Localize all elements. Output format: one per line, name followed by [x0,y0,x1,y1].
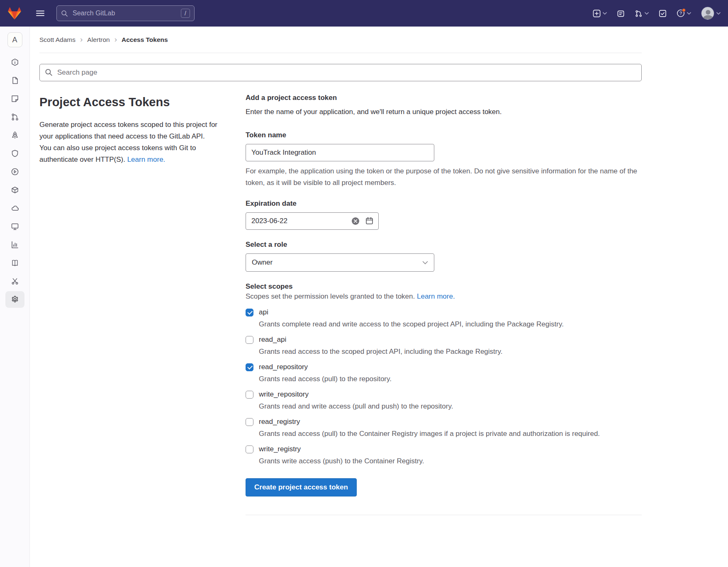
checkbox-read-registry[interactable] [246,418,253,426]
merge-requests-button[interactable] [635,10,649,17]
sidebar-item-analytics[interactable] [5,236,24,253]
sidebar-item-monitor[interactable] [5,218,24,235]
checkbox-read-api[interactable] [246,336,253,344]
user-menu[interactable] [701,7,721,20]
checkbox-read-repository[interactable] [246,363,253,371]
role-select[interactable]: Owner [246,253,434,272]
play-circle-icon [11,168,19,176]
divider [39,53,642,53]
section-description-text-1: Generate project access tokens scoped to… [39,119,224,142]
sidebar-item-wiki[interactable] [5,255,24,271]
monitor-icon [11,222,19,231]
book-icon [11,259,19,267]
scope-read-repository-toggle[interactable]: read_repository [246,363,642,371]
issues-icon [617,10,625,17]
scope-row-read-registry: read_registry Grants read access (pull) … [246,418,642,439]
checkbox-write-repository[interactable] [246,391,253,399]
scissors-icon [11,277,19,285]
scopes-help-text: Scopes set the permission levels granted… [246,292,415,300]
sidebar-item-repository[interactable] [5,72,24,89]
merge-request-icon [635,10,643,17]
global-search[interactable]: / [56,5,195,21]
project-information-icon [11,58,19,66]
clear-date-icon[interactable] [351,217,360,225]
sidebar-item-merge-requests[interactable] [5,109,24,125]
chevron-right-icon: › [114,35,117,44]
expiration-date-group: Expiration date [246,200,642,230]
help-button[interactable]: ? [677,9,691,17]
section-description-text-2: You can also use project access tokens w… [39,142,224,165]
user-avatar [701,7,714,20]
sidebar-item-packages-and-registries[interactable] [5,182,24,198]
page-search-input[interactable] [39,64,642,81]
repository-icon [11,76,19,85]
divider [246,515,642,515]
project-avatar[interactable]: A [7,32,22,47]
scope-read-repository-description: Grants read access (pull) to the reposit… [259,373,642,384]
sidebar-item-issues[interactable] [5,90,24,107]
sidebar-item-project-information[interactable] [5,54,24,71]
scope-write-registry-toggle[interactable]: write_registry [246,445,642,453]
sidebar-item-deployments[interactable] [5,163,24,180]
scope-write-repository-toggle[interactable]: write_repository [246,390,642,399]
breadcrumb-project[interactable]: Alertron [87,36,110,44]
chevron-right-icon: › [80,35,83,44]
calendar-icon[interactable] [365,217,373,225]
scope-write-registry-description: Grants write access (push) to the Contai… [259,455,642,467]
issues-button[interactable] [617,10,625,17]
scope-read-registry-toggle[interactable]: read_registry [246,418,642,426]
project-sidebar: A [0,27,30,567]
scope-read-repository-label: read_repository [259,363,308,371]
search-shortcut-key: / [181,9,190,18]
expiration-date-label: Expiration date [246,200,642,208]
search-icon [61,10,68,17]
checkbox-api[interactable] [246,309,253,316]
rocket-icon [11,131,19,139]
scope-api-toggle[interactable]: api [246,308,642,316]
issues-icon [11,95,19,103]
global-search-input[interactable] [72,9,177,17]
chevron-down-icon [422,261,428,265]
token-form: Add a project access token Enter the nam… [246,94,642,515]
menu-icon[interactable] [32,5,48,21]
sidebar-item-ci-cd[interactable] [5,127,24,144]
chevron-down-icon [603,12,607,15]
shield-icon [11,149,19,158]
scope-write-registry-label: write_registry [259,445,301,453]
new-menu-button[interactable] [593,10,607,17]
todos-button[interactable] [659,10,667,17]
scopes-help: Scopes set the permission levels granted… [246,292,642,301]
breadcrumb-user[interactable]: Scott Adams [39,36,75,44]
sidebar-item-settings[interactable] [5,291,24,308]
plus-square-icon [593,10,601,17]
checkbox-write-registry[interactable] [246,445,253,453]
scope-read-api-toggle[interactable]: read_api [246,336,642,344]
cloud-icon [11,204,19,212]
token-name-input[interactable] [246,144,434,161]
form-heading: Add a project access token [246,94,642,102]
scope-read-api-description: Grants read access to the scoped project… [259,346,642,357]
learn-more-link[interactable]: Learn more. [127,156,166,163]
scope-write-repository-description: Grants read and write access (pull and p… [259,401,642,412]
gitlab-logo[interactable] [7,7,22,20]
scope-row-api: api Grants complete read and write acces… [246,308,642,330]
svg-text:?: ? [679,11,682,16]
scope-read-registry-description: Grants read access (pull) to the Contain… [259,428,642,439]
description-2-text: You can also use project access tokens w… [39,144,196,163]
scope-row-read-repository: read_repository Grants read access (pull… [246,363,642,384]
breadcrumb: Scott Adams › Alertron › Access Tokens [39,27,642,44]
top-navbar: / [0,0,728,27]
scope-read-registry-label: read_registry [259,418,300,426]
create-token-button[interactable]: Create project access token [246,478,357,496]
gitlab-tanuki-icon [7,7,22,20]
token-name-help: For example, the application using the t… [246,165,642,189]
sidebar-item-security-and-compliance[interactable] [5,145,24,162]
sidebar-item-infrastructure[interactable] [5,200,24,217]
todo-check-icon [659,10,667,17]
search-icon [45,68,53,78]
scopes-group: Select scopes Scopes set the permission … [246,282,642,467]
scopes-learn-more-link[interactable]: Learn more. [417,292,455,300]
sidebar-item-snippets[interactable] [5,273,24,290]
token-name-label: Token name [246,131,642,139]
main-content: Scott Adams › Alertron › Access Tokens P… [39,27,642,515]
